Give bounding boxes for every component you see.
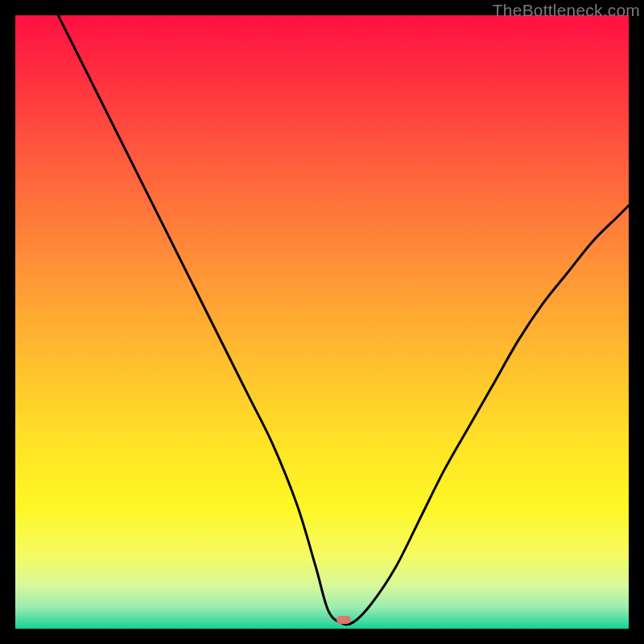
chart-stage: TheBottleneck.com — [0, 0, 644, 644]
plot-area — [15, 15, 629, 629]
optimal-marker — [336, 616, 351, 624]
bottleneck-curve — [15, 15, 629, 629]
watermark-text: TheBottleneck.com — [493, 1, 640, 20]
